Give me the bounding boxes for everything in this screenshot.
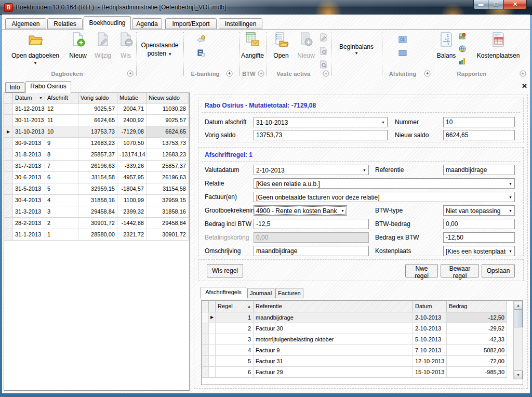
nummer-field[interactable] — [443, 117, 515, 127]
kostenplaats-combobox[interactable]: [Kies een kostenplaats]▼ — [443, 246, 515, 256]
tab-facturen[interactable]: Facturen — [275, 288, 303, 298]
table-row[interactable]: 30-9-2013912683,231070,5013753,73 — [4, 138, 189, 149]
web-report-icon[interactable] — [458, 45, 468, 54]
row-selector[interactable] — [202, 356, 209, 367]
btw-type-combobox[interactable]: Niet van toepassing▼ — [443, 205, 515, 216]
bedrag-ex-btw-field[interactable] — [443, 232, 515, 243]
valutadatum-combobox[interactable]: 2-10-2013▼ — [254, 165, 369, 175]
scrollbar-thumb[interactable] — [514, 310, 523, 327]
ebanking-bank-icon[interactable] — [196, 48, 206, 57]
row-selector[interactable] — [4, 183, 13, 195]
scroll-down-icon[interactable]: ▼ — [514, 370, 523, 379]
row-selector[interactable] — [4, 218, 13, 229]
dialog-launcher-icon[interactable] — [520, 70, 526, 77]
nieuw-saldo-field[interactable] — [443, 130, 515, 140]
tab-journaal[interactable]: Journaal — [247, 288, 274, 298]
table-row[interactable]: 3motorrijtuigenbelasting oktober5-10-201… — [202, 334, 523, 345]
tab-info[interactable]: Info — [5, 82, 24, 92]
vaste-activa-open-button[interactable]: Open — [269, 31, 293, 69]
row-selector[interactable] — [202, 334, 209, 345]
ribbon-tab-algemeen[interactable]: Algemeen — [5, 18, 46, 29]
tab-afschriftregels[interactable]: Afschriftregels — [201, 287, 246, 299]
table-row[interactable]: 31-7-2013726196,63-339,2625857,37 — [4, 161, 189, 172]
table-row[interactable]: 4Factuur 97-10-20135082,00 — [202, 345, 523, 356]
ribbon-tab-import-export[interactable]: Import/Export — [165, 18, 217, 29]
row-selector[interactable] — [4, 115, 13, 126]
row-selector[interactable] — [202, 323, 209, 334]
nwe-regel-button[interactable]: Nwe regel — [405, 264, 438, 277]
grootboekrekening-combobox[interactable]: 4900 - Rente en kosten Bank▼ — [254, 205, 347, 216]
panel-close-icon[interactable]: ✕ — [522, 82, 527, 90]
table-row[interactable]: 31-5-2013532959,15-1804,5731154,58 — [4, 183, 189, 195]
chart-report-icon[interactable] — [458, 57, 468, 67]
table-row[interactable]: 2Factuur 302-10-2013-29,52 — [202, 323, 523, 334]
row-selector[interactable] — [4, 138, 13, 149]
dialog-launcher-icon[interactable] — [127, 70, 134, 77]
table-row[interactable]: 6Factuur 2915-10-2013-985,30 — [202, 367, 523, 378]
table-row[interactable]: 5Factuur 3112-10-2013-72,00 — [202, 356, 523, 367]
row-selector[interactable] — [4, 206, 13, 218]
minimize-button[interactable]: ▬ — [473, 0, 488, 9]
dialog-launcher-icon[interactable] — [226, 70, 233, 77]
column-header-afschrift[interactable]: Afschrift — [45, 93, 78, 103]
balans-report-button[interactable]: 1+23 Balans — [434, 31, 458, 69]
relatie-combobox[interactable]: [Kies een relatie a.u.b.]▼ — [254, 178, 515, 189]
row-selector[interactable] — [4, 229, 13, 241]
calendar-31-icon[interactable]: 31 — [398, 35, 408, 45]
table-row[interactable]: ▶31-10-20131013753,73-7129,086624,65 — [4, 126, 189, 138]
beginbalans-button[interactable]: Beginbalans ▼ — [331, 31, 382, 68]
wis-regel-button[interactable]: Wis regel — [207, 264, 243, 277]
tab-rabo-osirius[interactable]: Rabo Osirius — [25, 81, 71, 93]
aangifte-button[interactable]: Aangifte — [240, 31, 265, 69]
asset-search-icon[interactable] — [319, 60, 328, 70]
asset-edit-icon[interactable] — [319, 33, 328, 43]
wis-dagboek-button[interactable]: Wis — [115, 31, 136, 69]
row-selector[interactable] — [202, 312, 209, 323]
table-row[interactable]: ▶1maandbijdrage2-10-2013-12,50 — [202, 312, 523, 323]
facturen-combobox[interactable]: [Geen onbetaalde facturen voor deze rela… — [254, 192, 515, 202]
column-header-datum[interactable]: Datum▼ — [13, 93, 45, 103]
nieuw-dagboek-button[interactable]: Nieuw — [65, 31, 90, 69]
row-selector[interactable] — [4, 149, 13, 161]
dialog-launcher-icon[interactable] — [258, 70, 264, 77]
vertical-scrollbar[interactable]: ▲ ▼ — [513, 301, 523, 379]
asset-delete-icon[interactable] — [319, 47, 328, 56]
wijzig-dagboek-button[interactable]: Wijzig — [91, 31, 114, 69]
openstaande-posten-button[interactable]: Openstaande posten ▼ — [136, 31, 183, 68]
row-selector[interactable] — [4, 161, 13, 172]
datum-afschrift-combobox[interactable]: 31-10-2013▼ — [254, 117, 388, 127]
row-selector[interactable] — [202, 367, 209, 378]
row-selector[interactable] — [4, 103, 13, 115]
dialog-launcher-icon[interactable] — [323, 70, 329, 77]
table-row[interactable]: 30-11-2013116624,652400,929025,57 — [4, 115, 189, 126]
table-row[interactable]: 28-2-2013230901,72-1442,8829458,84 — [4, 218, 189, 229]
ribbon-tab-instellingen[interactable]: Instellingen — [219, 18, 262, 29]
scroll-up-icon[interactable]: ▲ — [514, 301, 523, 310]
ribbon-tab-agenda[interactable]: Agenda — [132, 18, 162, 29]
column-header-referentie[interactable]: Referentie — [254, 301, 413, 312]
table-row[interactable]: 30-6-2013631154,58-4957,9526196,63 — [4, 172, 189, 183]
vaste-activa-nieuw-button[interactable]: Nieuw — [294, 31, 318, 69]
open-dagboeken-button[interactable]: Open dagboeken ▼ — [8, 31, 62, 69]
table-row[interactable]: 31-12-2013129025,572004,7111030,28 — [4, 103, 189, 115]
column-header-vorig-saldo[interactable]: Vorig saldo — [78, 93, 117, 103]
btw-bedrag-field[interactable] — [443, 219, 515, 229]
close-button[interactable]: ✕ — [503, 0, 527, 9]
dialog-launcher-icon[interactable] — [424, 70, 431, 77]
bewaar-regel-button[interactable]: Bewaar regel — [441, 264, 479, 277]
referentie-field[interactable] — [443, 165, 515, 175]
bedrag-incl-btw-field[interactable] — [254, 219, 369, 229]
ebanking-transfer-icon[interactable] — [196, 34, 206, 44]
ribbon-tab-relaties[interactable]: Relaties — [47, 18, 83, 29]
table-row[interactable]: 31-3-2013329458,842399,3231858,16 — [4, 206, 189, 218]
row-selector[interactable] — [202, 345, 209, 356]
column-header-datum[interactable]: Datum — [413, 301, 447, 312]
row-selector[interactable]: ▶ — [4, 126, 13, 138]
row-selector[interactable] — [4, 172, 13, 183]
opslaan-button[interactable]: Opslaan — [482, 264, 515, 277]
kostenplaatsen-button[interactable]: Kostenplaatsen — [471, 31, 526, 69]
column-header-bedrag[interactable]: Bedrag — [447, 301, 507, 312]
calendar-period-icon[interactable] — [398, 49, 408, 58]
omschrijving-field[interactable] — [254, 246, 369, 256]
table-row[interactable]: 31-1-2013128580,002321,7230901,72 — [4, 229, 189, 241]
